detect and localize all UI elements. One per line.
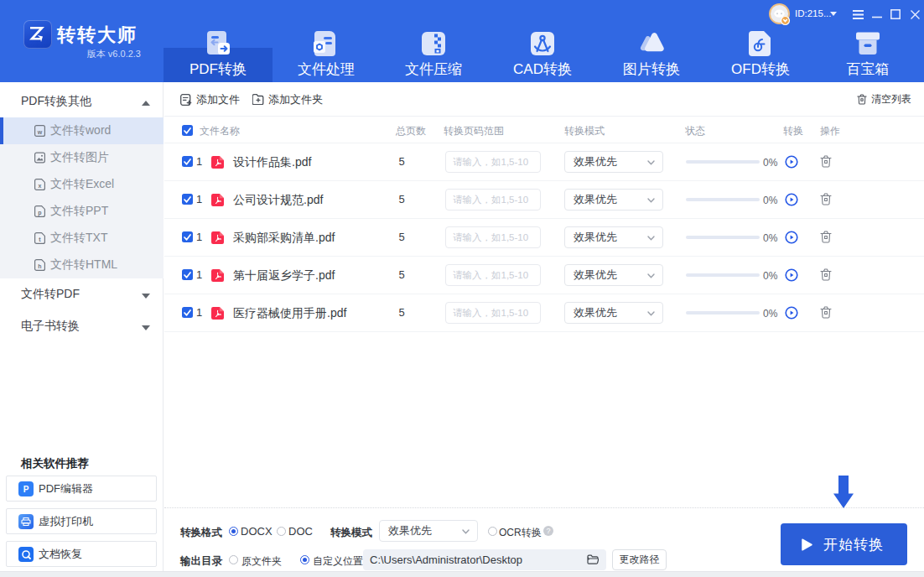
window-bottom-edge [0,571,924,577]
radio-docx[interactable] [229,527,238,536]
radio-source-folder[interactable] [229,555,238,564]
sidebar-group-pdf-convert-other[interactable]: PDF转换其他 [0,86,164,117]
col-convert-mode: 转换模式 [564,124,605,138]
select-all-checkbox[interactable] [182,125,193,136]
row-index: 1 [196,231,202,243]
mode-select[interactable]: 效果优先 [564,226,663,248]
open-folder-icon [587,554,599,564]
mode-select-value: 效果优先 [574,230,617,245]
row-checkbox[interactable] [182,231,193,242]
row-checkbox[interactable] [182,269,193,280]
page-range-input[interactable] [445,264,541,286]
promo-doc-recovery[interactable]: 文档恢复 [6,541,157,567]
sidebar-group-label: PDF转换其他 [21,94,91,109]
add-folder-label: 添加文件夹 [268,92,323,107]
mode-select[interactable]: 效果优先 [564,151,663,173]
svg-text:x: x [39,183,42,189]
start-row-convert-button[interactable] [785,231,798,244]
row-checkbox[interactable] [182,194,193,205]
page-range-input[interactable] [445,189,541,211]
page-range-input[interactable] [445,151,541,173]
sidebar-item-file-to-image[interactable]: 文件转图片 [0,144,164,171]
page-count: 5 [391,268,413,281]
file-name: 医疗器械使用手册.pdf [233,306,346,321]
svg-text:t: t [39,237,41,242]
progress-percent: 0% [763,232,777,244]
add-file-button[interactable]: 添加文件 [180,82,240,117]
change-path-button[interactable]: 更改路径 [612,549,667,570]
start-row-convert-button[interactable] [785,193,798,206]
tab-label: OFD转换 [706,60,815,79]
sidebar-item-file-to-word[interactable]: w 文件转word [0,117,164,144]
page-range-input[interactable] [445,302,541,324]
add-file-icon [180,94,192,106]
sidebar-item-file-to-ppt[interactable]: p 文件转PPT [0,198,164,225]
radio-ocr[interactable] [488,527,497,536]
chevron-down-icon [647,160,655,165]
delete-row-icon[interactable] [820,231,833,244]
user-id[interactable]: ID:215... [795,8,831,18]
sidebar-group-label: 文件转PDF [21,287,80,302]
row-checkbox[interactable] [182,307,193,318]
svg-text:w: w [37,129,43,135]
pdf-file-icon [211,194,224,206]
toolbar: 添加文件 添加文件夹 清空列表 [164,82,924,117]
start-row-convert-button[interactable] [785,306,798,320]
promo-pdf-editor[interactable]: P PDF编辑器 [6,476,157,502]
table-header: 文件名称 总页数 转换页码范围 转换模式 状态 转换 操作 [164,117,924,143]
mode-select[interactable]: 效果优先 [564,302,663,324]
progress-percent: 0% [763,270,777,282]
promo-label: PDF编辑器 [39,481,93,496]
progress-bar [686,236,760,239]
chevron-down-icon [647,273,655,278]
start-convert-button[interactable]: 开始转换 [781,523,907,565]
start-row-convert-button[interactable] [785,268,798,282]
pdf-file-icon [211,156,224,169]
promo-virtual-printer[interactable]: 虚拟打印机 [6,508,157,534]
chevron-down-icon [462,529,470,534]
add-folder-icon [252,94,264,105]
clear-list-label: 清空列表 [871,92,911,107]
start-row-convert-button[interactable] [785,155,798,169]
sidebar-item-file-to-html[interactable]: h 文件转HTML [0,252,164,278]
output-path-field[interactable]: C:\Users\Administrator\Desktop [363,549,606,570]
add-folder-button[interactable]: 添加文件夹 [252,82,323,117]
user-dropdown-caret-icon[interactable] [830,12,837,16]
progress-bar [686,160,760,164]
sidebar-item-file-to-txt[interactable]: t 文件转TXT [0,225,164,252]
change-path-label: 更改路径 [620,553,660,567]
sidebar-group-file-to-pdf[interactable]: 文件转PDF [0,278,164,310]
progress-percent: 0% [763,308,777,320]
mode-select-bottom[interactable]: 效果优先 [379,520,478,542]
mode-select[interactable]: 效果优先 [564,189,663,211]
delete-row-icon[interactable] [820,193,833,206]
col-file-name: 文件名称 [200,124,240,138]
file-compress-icon [418,30,449,56]
mode-select-value: 效果优先 [574,268,617,283]
sidebar-group-label: 电子书转换 [21,319,80,334]
radio-doc[interactable] [277,527,286,536]
doc-image-icon [34,152,45,164]
start-hint-arrow-icon [833,476,854,512]
add-file-label: 添加文件 [196,92,240,107]
clear-list-button[interactable]: 清空列表 [857,82,911,117]
page-range-input[interactable] [445,226,541,248]
file-row: 1 采购部采购清单.pdf 5 效果优先 0% [164,219,924,257]
delete-row-icon[interactable] [820,306,833,320]
tab-label: CAD转换 [488,60,597,79]
row-checkbox[interactable] [182,156,193,167]
user-avatar[interactable] [769,3,790,24]
format-label: 转换格式 [180,526,222,540]
sidebar-item-file-to-excel[interactable]: x 文件转Excel [0,171,164,198]
mode-select[interactable]: 效果优先 [564,264,663,286]
page-count: 5 [391,193,413,205]
pdf-file-icon [211,231,224,244]
ocr-info-icon[interactable]: ? [543,526,553,536]
sidebar-group-ebook-convert[interactable]: 电子书转换 [0,310,164,342]
sidebar-item-label: 文件转TXT [50,231,107,246]
virtual-printer-icon [18,514,34,529]
delete-row-icon[interactable] [820,268,833,282]
close-button[interactable] [904,0,924,29]
delete-row-icon[interactable] [820,155,833,169]
radio-custom-location[interactable] [300,555,309,564]
